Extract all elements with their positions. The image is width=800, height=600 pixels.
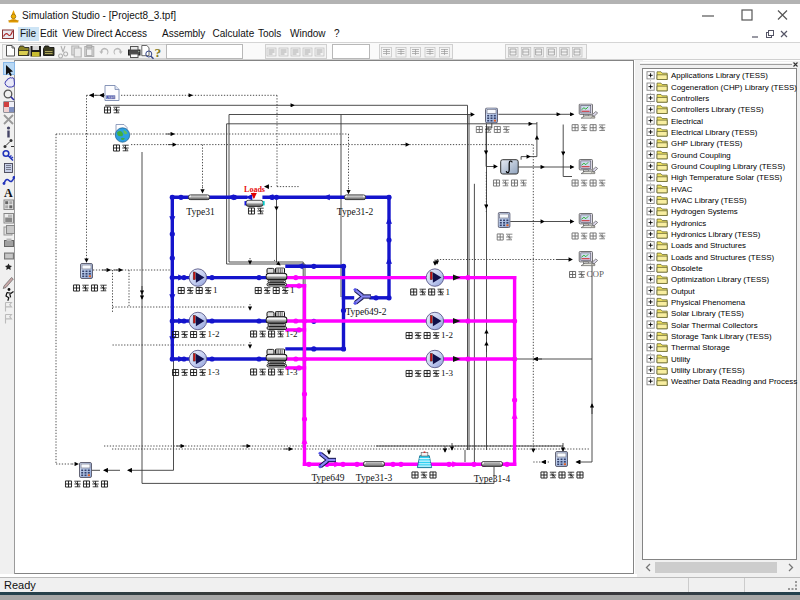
svg-text:Hydronics Library (TESS): Hydronics Library (TESS) — [671, 230, 761, 239]
svg-text:Controllers: Controllers — [671, 94, 709, 103]
svg-text:Controllers Library (TESS): Controllers Library (TESS) — [671, 105, 764, 114]
svg-text:Cogeneration (CHP) Library (TE: Cogeneration (CHP) Library (TESS) — [671, 83, 797, 92]
svg-text:Solar Thermal Collectors: Solar Thermal Collectors — [671, 321, 758, 330]
svg-text:Storage Tank Library (TESS): Storage Tank Library (TESS) — [671, 332, 772, 341]
svg-text:Solar Library (TESS): Solar Library (TESS) — [671, 309, 744, 318]
svg-text:Output: Output — [671, 287, 695, 296]
svg-text:Hydronics: Hydronics — [671, 219, 706, 228]
svg-text:Ground Coupling Library (TESS): Ground Coupling Library (TESS) — [671, 162, 785, 171]
svg-text:Utility Library (TESS): Utility Library (TESS) — [671, 366, 745, 375]
svg-text:Hydrogen Systems: Hydrogen Systems — [671, 207, 738, 216]
svg-text:Loads and Structures (TESS): Loads and Structures (TESS) — [671, 253, 774, 262]
svg-text:Electrical: Electrical — [671, 117, 703, 126]
svg-text:Physical Phenomena: Physical Phenomena — [671, 298, 746, 307]
svg-text:Loads and Structures: Loads and Structures — [671, 241, 746, 250]
svg-text:High Temperature Solar (TESS): High Temperature Solar (TESS) — [671, 173, 783, 182]
svg-text:Ground Coupling: Ground Coupling — [671, 151, 731, 160]
svg-text:HVAC Library (TESS): HVAC Library (TESS) — [671, 196, 747, 205]
svg-text:HVAC: HVAC — [671, 185, 693, 194]
svg-text:Weather Data Reading and Proce: Weather Data Reading and Process — [671, 377, 797, 386]
svg-text:Utility: Utility — [671, 355, 690, 364]
svg-text:Electrical Library (TESS): Electrical Library (TESS) — [671, 128, 758, 137]
svg-text:Optimization Library (TESS): Optimization Library (TESS) — [671, 275, 770, 284]
svg-text:GHP Library (TESS): GHP Library (TESS) — [671, 139, 743, 148]
svg-text:Applications Library (TESS): Applications Library (TESS) — [671, 71, 768, 80]
svg-text:Obsolete: Obsolete — [671, 264, 703, 273]
svg-text:Thermal Storage: Thermal Storage — [671, 343, 730, 352]
